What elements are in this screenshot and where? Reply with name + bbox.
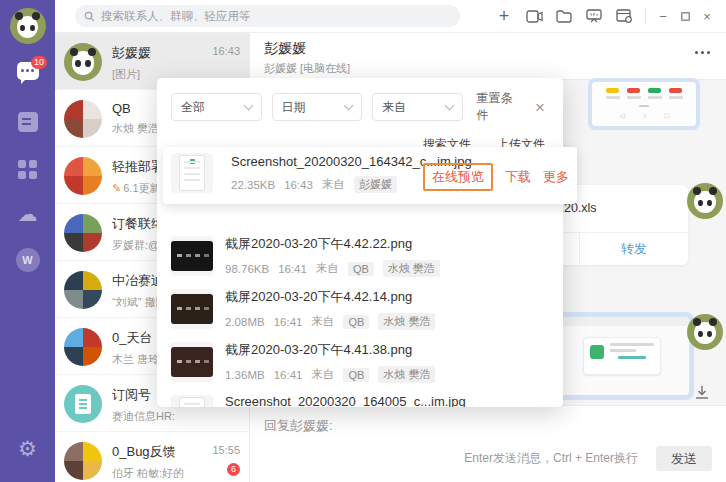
from-group-tag: QB — [343, 368, 369, 382]
chat-status: 彭媛媛 [电脑在线] — [264, 61, 712, 76]
image-message[interactable] — [552, 312, 694, 400]
file-list: 截屏2020-03-20下午4.42.22.png 98.76KB 16:41 … — [157, 231, 563, 407]
file-search-dialog: 全部 日期 来自 重置条件 × 搜索文件 上传文件 截屏2020-03-20下午… — [157, 78, 563, 407]
sidebar-item-contacts[interactable] — [0, 112, 55, 132]
from-label: 来自 — [322, 177, 345, 192]
subscriptions-avatar-icon — [64, 385, 102, 423]
from-sender-tag: 彭媛媛 — [354, 176, 397, 193]
message-input-area[interactable]: 回复彭媛媛: Enter发送消息，Ctrl + Enter换行 发送 — [250, 405, 726, 482]
image-thumbnail — [171, 395, 213, 407]
user-avatar[interactable] — [0, 8, 55, 44]
file-time: 16:41 — [278, 263, 307, 275]
chat-time: 16:43 — [212, 45, 240, 57]
unread-badge: 10 — [31, 56, 47, 69]
image-thumbnail — [171, 153, 213, 193]
panda-avatar-icon — [10, 8, 46, 44]
from-label: 来自 — [316, 261, 339, 276]
filter-date-select[interactable]: 日期 — [272, 93, 363, 121]
close-icon[interactable]: × — [531, 97, 549, 118]
more-link[interactable]: 更多 — [543, 168, 569, 186]
panda-avatar-icon — [64, 43, 102, 81]
workspace-icon[interactable] — [609, 3, 639, 29]
docs-w-icon: W — [16, 248, 40, 272]
search-placeholder: 搜索联系人、群聊、轻应用等 — [101, 9, 251, 24]
online-preview-link[interactable]: 在线预览 — [423, 163, 493, 191]
sidebar: 10 ☁ W ⚙ — [0, 0, 55, 482]
from-group-tag: QB — [343, 315, 369, 329]
search-input[interactable]: 搜索联系人、群聊、轻应用等 — [75, 5, 460, 27]
chat-preview: 赛迪信息HR: — [112, 409, 240, 424]
sidebar-item-docs[interactable]: W — [0, 248, 55, 272]
chat-time: 15:55 — [212, 444, 240, 456]
apps-grid-icon — [18, 160, 37, 179]
from-group-tag: QB — [348, 262, 374, 276]
file-size: 98.76KB — [225, 263, 269, 275]
search-icon — [84, 11, 95, 22]
message-avatar[interactable] — [687, 314, 723, 350]
chevron-down-icon — [344, 101, 354, 111]
topbar: 搜索联系人、群聊、轻应用等 + − × — [55, 0, 726, 33]
group-avatar — [64, 271, 102, 309]
from-sender-tag: 水烛 樊浩 — [378, 313, 435, 330]
toolbar-divider — [645, 8, 646, 24]
from-label: 来自 — [311, 314, 334, 329]
chat-list-item[interactable]: 0_Bug反馈 伯牙 柏敏:好的 15:55 6 — [55, 432, 249, 482]
send-hint: Enter发送消息，Ctrl + Enter换行 — [464, 450, 638, 467]
more-options-icon[interactable] — [695, 51, 710, 54]
chevron-down-icon — [243, 101, 253, 111]
file-row[interactable]: 截屏2020-03-20下午4.42.22.png 98.76KB 16:41 … — [157, 231, 563, 284]
group-avatar — [64, 100, 102, 138]
folder-icon[interactable] — [549, 3, 579, 29]
file-time: 16:41 — [274, 316, 303, 328]
file-row[interactable]: 截屏2020-03-20下午4.41.38.png 1.36MB 16:41 来… — [157, 337, 563, 390]
filter-type-select[interactable]: 全部 — [171, 93, 262, 121]
file-name: 截屏2020-03-20下午4.41.38.png — [225, 341, 563, 359]
sidebar-item-cloud[interactable]: ☁ — [0, 204, 55, 224]
file-size: 1.36MB — [225, 369, 265, 381]
filter-bar: 全部 日期 来自 重置条件 × — [157, 78, 563, 132]
message-input-placeholder: 回复彭媛媛: — [264, 417, 712, 435]
sidebar-item-apps[interactable] — [0, 160, 55, 179]
file-row[interactable]: 截屏2020-03-20下午4.42.14.png 2.08MB 16:41 来… — [157, 284, 563, 337]
sidebar-item-chats[interactable]: 10 — [0, 62, 55, 80]
app-window: 10 ☁ W ⚙ 搜索联系人、群聊、轻应用等 + — [0, 0, 726, 482]
file-time: 16:43 — [284, 179, 313, 191]
reset-filters-link[interactable]: 重置条件 — [477, 90, 522, 124]
sidebar-item-settings[interactable]: ⚙ — [0, 438, 55, 459]
send-button[interactable]: 发送 — [656, 446, 712, 471]
image-message-thumbnail — [557, 317, 689, 395]
chat-title: 彭媛媛 — [264, 40, 712, 58]
plus-icon[interactable]: + — [489, 3, 519, 29]
from-sender-tag: 水烛 樊浩 — [383, 260, 440, 277]
message-avatar[interactable] — [687, 183, 723, 219]
image-thumbnail — [171, 342, 213, 382]
group-avatar — [64, 157, 102, 195]
download-file-icon[interactable] — [694, 385, 710, 400]
file-size: 2.08MB — [225, 316, 265, 328]
video-call-icon[interactable] — [519, 3, 549, 29]
settings-gear-icon: ⚙ — [18, 438, 37, 459]
cloud-icon: ☁ — [18, 204, 38, 224]
from-label: 来自 — [311, 367, 334, 382]
contacts-icon — [18, 112, 38, 132]
forward-link[interactable]: 转发 — [579, 233, 689, 264]
download-link[interactable]: 下载 — [505, 168, 531, 186]
minimize-button[interactable]: − — [652, 3, 674, 29]
draft-pencil-icon: ✎ — [112, 182, 121, 194]
from-sender-tag: 水烛 樊浩 — [378, 366, 435, 383]
group-avatar — [64, 328, 102, 366]
maximize-button[interactable] — [674, 3, 696, 29]
file-name: Screenshot_20200320_164005_c...im.jpg — [225, 394, 563, 407]
group-avatar — [64, 214, 102, 252]
image-message[interactable]: ◁○□ — [588, 78, 700, 130]
whiteboard-icon[interactable] — [579, 3, 609, 29]
group-avatar — [64, 442, 102, 480]
file-row[interactable]: Screenshot_20200320_164005_c...im.jpg 31… — [157, 390, 563, 407]
image-message-thumbnail: ◁○□ — [592, 82, 696, 126]
close-button[interactable]: × — [696, 3, 718, 29]
filter-from-select[interactable]: 来自 — [372, 93, 463, 121]
unread-badge: 6 — [227, 463, 240, 476]
chat-preview: 伯牙 柏敏:好的 — [112, 466, 240, 481]
file-time: 16:41 — [274, 369, 303, 381]
file-row-hovered[interactable]: Screenshot_20200320_164342_c...im.jpg 22… — [163, 147, 577, 204]
